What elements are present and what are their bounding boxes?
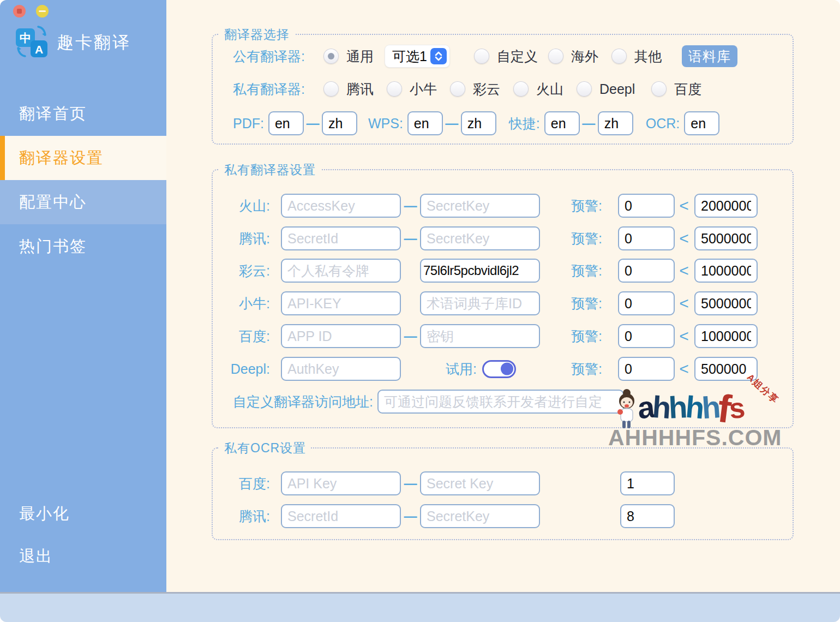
less-than-symbol: < (678, 196, 690, 215)
radio-niutrans-label: 小牛 (410, 80, 437, 98)
warn-label: 预警: (571, 327, 605, 345)
baidu-secret-input[interactable] (420, 324, 540, 348)
niutrans-apikey-input[interactable] (281, 291, 401, 315)
svg-text:中: 中 (20, 32, 31, 44)
warn-label: 预警: (571, 230, 605, 248)
radio-custom[interactable] (474, 49, 489, 64)
dropdown-stepper-icon[interactable] (430, 48, 447, 64)
less-than-symbol: < (678, 360, 690, 378)
wps-label: WPS: (368, 116, 403, 131)
radio-overseas-label: 海外 (571, 47, 598, 65)
general-mode-dropdown[interactable]: 可选1 (385, 45, 449, 67)
radio-baidu[interactable] (651, 81, 667, 97)
radio-niutrans[interactable] (387, 81, 402, 97)
volcano-label: 火山: (213, 197, 270, 215)
custom-translator-url-input[interactable] (377, 390, 624, 414)
caiyun-warn-group: 预警: < (571, 259, 758, 283)
quick-to-input[interactable] (598, 111, 633, 135)
caiyun-settings-row: 彩云: 预警: < (213, 259, 793, 283)
ocr-tencent-secretkey-input[interactable] (420, 504, 540, 528)
caiyun-warn-limit-input[interactable] (694, 259, 758, 283)
sidebar-item-minimize[interactable]: 最小化 (0, 492, 166, 535)
radio-deepl[interactable] (577, 81, 592, 97)
sidebar-item-config-center[interactable]: 配置中心 (0, 180, 166, 224)
wps-lang-pair: WPS: — (368, 111, 496, 135)
wps-from-input[interactable] (407, 111, 443, 135)
caiyun-warn-value-input[interactable] (618, 259, 675, 283)
niutrans-warn-limit-input[interactable] (694, 291, 758, 315)
dash-separator: — (401, 231, 420, 246)
app-window: 中 A 趣卡翻译 翻译首页 翻译器设置 配置中心 热门书签 最小化 退出 (0, 0, 840, 622)
caiyun-token-value-input[interactable] (420, 259, 540, 283)
tencent-warn-limit-input[interactable] (694, 226, 758, 250)
niutrans-warn-group: 预警: < (571, 291, 758, 315)
close-button[interactable] (13, 5, 26, 17)
deepl-authkey-input[interactable] (281, 357, 401, 381)
tencent-warn-value-input[interactable] (618, 226, 675, 250)
radio-other-label: 其他 (634, 47, 662, 65)
deepl-warn-value-input[interactable] (618, 357, 675, 381)
minimize-button[interactable] (36, 5, 49, 17)
baidu-appid-input[interactable] (281, 324, 401, 348)
ocr-baidu-secretkey-input[interactable] (420, 471, 540, 495)
corpus-button[interactable]: 语料库 (682, 45, 737, 67)
private-translator-row: 私有翻译器: 腾讯 小牛 彩云 火山 Deepl 百度 (233, 77, 701, 101)
ocr-from-input[interactable] (684, 111, 719, 135)
dropdown-value: 可选1 (385, 47, 427, 65)
tencent-secretid-input[interactable] (281, 226, 401, 250)
volcano-warn-value-input[interactable] (618, 194, 675, 218)
volcano-settings-row: 火山: — 预警: < (213, 194, 793, 218)
ocr-baidu-row: 百度: — (213, 471, 793, 495)
tencent-warn-group: 预警: < (571, 226, 758, 250)
volcano-accesskey-input[interactable] (281, 194, 401, 218)
ocr-tencent-label: 腾讯: (213, 507, 270, 525)
baidu-warn-group: 预警: < (571, 324, 758, 348)
baidu-warn-value-input[interactable] (618, 324, 675, 348)
pdf-from-input[interactable] (268, 111, 304, 135)
ocr-baidu-apikey-input[interactable] (281, 471, 401, 495)
sidebar: 中 A 趣卡翻译 翻译首页 翻译器设置 配置中心 热门书签 最小化 退出 (0, 0, 166, 592)
radio-caiyun[interactable] (450, 81, 465, 97)
svg-text:A: A (35, 43, 43, 56)
less-than-symbol: < (678, 229, 690, 248)
wps-to-input[interactable] (461, 111, 496, 135)
radio-general[interactable] (323, 49, 339, 64)
niutrans-warn-value-input[interactable] (618, 291, 675, 315)
baidu-warn-limit-input[interactable] (694, 324, 758, 348)
tencent-secretkey-input[interactable] (420, 226, 540, 250)
quick-label: 快捷: (509, 115, 540, 133)
volcano-warn-limit-input[interactable] (694, 194, 758, 218)
sidebar-item-exit[interactable]: 退出 (0, 535, 166, 577)
sidebar-item-hot-bookmarks[interactable]: 热门书签 (0, 224, 166, 268)
deepl-warn-limit-input[interactable] (694, 357, 758, 381)
caiyun-token-input[interactable] (281, 259, 401, 283)
less-than-symbol: < (678, 294, 690, 313)
pdf-to-input[interactable] (322, 111, 357, 135)
ocr-baidu-count-input[interactable] (620, 471, 675, 495)
tencent-settings-row: 腾讯: — 预警: < (213, 226, 793, 250)
sidebar-item-translator-settings[interactable]: 翻译器设置 (0, 136, 166, 180)
public-translator-row: 公有翻译器: 通用 可选1 自定义 海外 其他 (233, 44, 737, 68)
volcano-secretkey-input[interactable] (420, 194, 540, 218)
ocr-tencent-secretid-input[interactable] (281, 504, 401, 528)
deepl-trial-label: 试用: (446, 360, 477, 378)
radio-volcano[interactable] (513, 81, 529, 97)
ocr-baidu-label: 百度: (213, 475, 270, 493)
ocr-tencent-count-input[interactable] (620, 504, 675, 528)
deepl-trial-toggle[interactable] (482, 360, 516, 378)
sidebar-item-translate-home[interactable]: 翻译首页 (0, 92, 166, 136)
quick-from-input[interactable] (544, 111, 580, 135)
radio-overseas[interactable] (548, 49, 563, 64)
radio-baidu-label: 百度 (674, 80, 701, 98)
sidebar-menu: 翻译首页 翻译器设置 配置中心 热门书签 (0, 92, 166, 268)
quick-lang-pair: 快捷: — (509, 111, 633, 135)
dash-separator: — (580, 116, 598, 131)
pdf-label: PDF: (233, 116, 264, 131)
radio-other[interactable] (611, 49, 627, 64)
section-private-ocr-settings: 私有OCR设置 百度: — 腾讯: — (212, 447, 794, 540)
caiyun-label: 彩云: (213, 262, 270, 280)
baidu-settings-row: 百度: — 预警: < (213, 324, 793, 348)
watermark-site-url: AHHHHFS.COM (608, 425, 782, 451)
niutrans-dictionary-input[interactable] (420, 291, 540, 315)
radio-tencent[interactable] (323, 81, 339, 97)
